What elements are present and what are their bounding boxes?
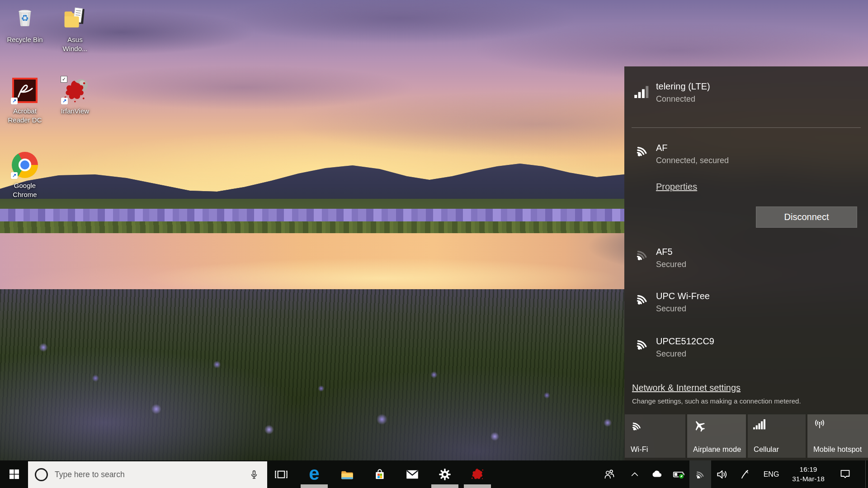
desktop-icon-label: Asus Windo... bbox=[55, 35, 95, 54]
settings-gear-icon bbox=[438, 467, 452, 482]
pen-icon bbox=[739, 469, 751, 480]
desktop-icon-label: Acrobat Reader DC bbox=[5, 107, 45, 125]
desktop-icon-acrobat-reader[interactable]: ↗ Acrobat Reader DC bbox=[2, 76, 47, 125]
desktop-icon-recycle-bin[interactable]: ♻ Recycle Bin bbox=[2, 5, 47, 44]
network-name: AF5 bbox=[656, 246, 673, 257]
irfanview-icon bbox=[471, 468, 484, 481]
people-button[interactable] bbox=[600, 460, 618, 488]
desktop-icon-asus-folder[interactable]: Asus Windo... bbox=[52, 5, 98, 54]
search-input[interactable] bbox=[54, 469, 248, 480]
mobile-hotspot-tile[interactable]: Mobile hotspot bbox=[807, 414, 868, 458]
taskbar-clock[interactable]: 16:19 31-Mar-18 bbox=[786, 460, 831, 488]
wifi-network-item[interactable]: UPCE512CC9 Secured bbox=[624, 336, 868, 367]
edge-icon: e bbox=[309, 464, 319, 483]
wifi-signal-icon bbox=[634, 291, 651, 307]
pen-tray-button[interactable] bbox=[736, 460, 754, 488]
store-icon bbox=[373, 467, 387, 482]
network-status: Secured bbox=[656, 260, 686, 270]
desktop-icon-label: Google Chrome bbox=[5, 181, 45, 200]
taskbar-app-edge[interactable]: e bbox=[300, 460, 328, 488]
tray-overflow-button[interactable] bbox=[626, 460, 643, 488]
taskbar-search-box[interactable] bbox=[28, 461, 267, 488]
quick-action-tiles: Wi-Fi Airplane mode bbox=[624, 414, 868, 458]
tile-label: Airplane mode bbox=[693, 445, 741, 454]
mail-icon bbox=[405, 467, 420, 482]
action-center-icon bbox=[839, 468, 851, 480]
clock-date: 31-Mar-18 bbox=[792, 474, 825, 483]
onedrive-cloud-icon bbox=[651, 469, 663, 480]
network-name: AF bbox=[656, 142, 668, 153]
cortana-icon[interactable] bbox=[35, 468, 48, 481]
wifi-network-item[interactable]: AF5 Secured bbox=[624, 246, 868, 278]
battery-icon bbox=[672, 468, 686, 481]
show-desktop-button[interactable] bbox=[865, 460, 868, 488]
shortcut-arrow-icon: ↗ bbox=[11, 98, 18, 104]
volume-tray-button[interactable] bbox=[713, 460, 732, 488]
tile-label: Cellular bbox=[754, 445, 779, 454]
task-view-icon bbox=[274, 467, 288, 482]
task-view-button[interactable] bbox=[267, 460, 295, 488]
windows-logo-icon bbox=[9, 469, 19, 479]
desktop-icon-irfanview[interactable]: ✓ ↗ IrfanView bbox=[52, 76, 98, 116]
start-button[interactable] bbox=[0, 460, 28, 488]
shortcut-arrow-icon: ↗ bbox=[11, 172, 18, 179]
folder-documents-icon bbox=[61, 5, 90, 33]
wifi-signal-icon-medium bbox=[634, 246, 651, 263]
shortcut-arrow-icon: ↗ bbox=[61, 98, 68, 104]
irfanview-icon: ✓ ↗ bbox=[61, 76, 90, 105]
language-indicator[interactable]: ENG bbox=[757, 460, 786, 488]
network-flyout: telering (LTE) Connected AF Connected, s… bbox=[624, 66, 868, 460]
svg-text:♻: ♻ bbox=[21, 13, 29, 23]
wifi-network-item[interactable]: UPC Wi-Free Secured bbox=[624, 291, 868, 322]
wifi-signal-icon bbox=[634, 142, 651, 159]
wifi-icon bbox=[694, 468, 707, 480]
acrobat-reader-icon: ↗ bbox=[10, 76, 39, 105]
onedrive-tray-button[interactable] bbox=[648, 460, 665, 488]
network-status: Connected bbox=[656, 94, 695, 104]
wifi-tile[interactable]: Wi-Fi bbox=[625, 414, 685, 458]
desktop-icon-label: IrfanView bbox=[61, 107, 89, 116]
mobile-hotspot-icon bbox=[813, 419, 826, 432]
action-center-button[interactable] bbox=[833, 460, 857, 488]
network-name: telering (LTE) bbox=[656, 81, 710, 92]
battery-tray-button[interactable] bbox=[670, 460, 688, 488]
taskbar-app-irfanview[interactable] bbox=[463, 460, 491, 488]
properties-link[interactable]: Properties bbox=[656, 182, 697, 192]
cellular-signal-icon bbox=[634, 85, 650, 98]
taskbar-app-settings[interactable] bbox=[431, 460, 459, 488]
chrome-icon: ↗ bbox=[10, 150, 39, 179]
tile-label: Wi-Fi bbox=[631, 445, 648, 454]
cellular-tile[interactable]: Cellular bbox=[748, 414, 806, 458]
network-name: UPC Wi-Free bbox=[656, 291, 710, 301]
taskbar-app-store[interactable] bbox=[366, 460, 394, 488]
file-explorer-icon bbox=[340, 467, 355, 482]
network-status: Secured bbox=[656, 349, 686, 359]
taskbar-app-mail[interactable] bbox=[398, 460, 426, 488]
network-name: UPCE512CC9 bbox=[656, 336, 714, 347]
tile-label: Mobile hotspot bbox=[813, 445, 862, 454]
cellular-network-item[interactable]: telering (LTE) Connected bbox=[624, 80, 868, 125]
desktop-icon-label: Recycle Bin bbox=[7, 35, 42, 44]
network-tray-button[interactable] bbox=[689, 460, 711, 488]
windows-desktop: ♻ Recycle Bin Asus Windo... bbox=[0, 0, 868, 488]
disconnect-button[interactable]: Disconnect bbox=[756, 206, 857, 228]
clock-time: 16:19 bbox=[800, 465, 817, 474]
taskbar-app-file-explorer[interactable] bbox=[333, 460, 361, 488]
network-status: Connected, secured bbox=[656, 156, 729, 166]
network-status: Secured bbox=[656, 304, 686, 314]
airplane-mode-tile[interactable]: Airplane mode bbox=[687, 414, 746, 458]
network-internet-settings-link[interactable]: Network & Internet settings bbox=[632, 383, 741, 393]
recycle-bin-icon: ♻ bbox=[10, 5, 39, 33]
flyout-separator bbox=[632, 127, 861, 128]
microphone-icon[interactable] bbox=[248, 469, 260, 481]
cellular-bars-icon bbox=[753, 419, 766, 431]
wifi-signal-icon bbox=[634, 336, 651, 352]
settings-caption: Change settings, such as making a connec… bbox=[632, 397, 801, 405]
volume-icon bbox=[716, 468, 729, 481]
people-icon bbox=[604, 469, 615, 480]
taskbar: e bbox=[0, 460, 868, 488]
wifi-icon bbox=[630, 419, 644, 432]
checkbox-icon: ✓ bbox=[61, 76, 67, 83]
desktop-icon-google-chrome[interactable]: ↗ Google Chrome bbox=[2, 150, 47, 200]
airplane-icon bbox=[693, 419, 706, 432]
